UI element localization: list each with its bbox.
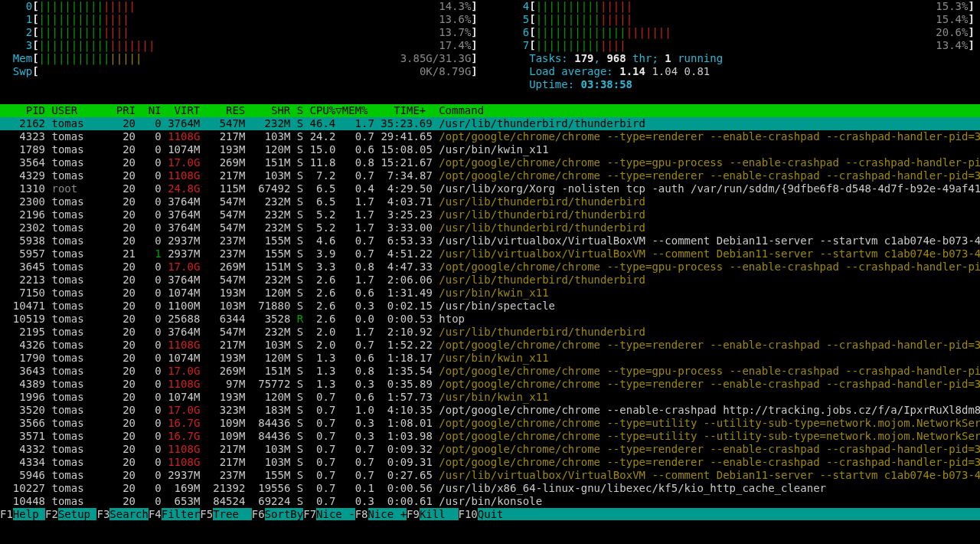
table-row[interactable]: 3645 tomas 20 0 17.0G 269M 151M S 3.3 0.…: [0, 261, 980, 274]
cpu-meter-row: 1[|||||||||||||| 13.6%] 5[||||||||||||||…: [0, 13, 980, 26]
table-row[interactable]: 10471 tomas 20 0 1100M 103M 71880 S 2.6 …: [0, 300, 980, 313]
table-row[interactable]: 1790 tomas 20 0 1074M 193M 120M S 1.3 0.…: [0, 352, 980, 365]
swap-meter-row: Swp[ 0K/8.79G] Load average: 1.14 1.04 0…: [0, 65, 980, 78]
fkey-action[interactable]: Filter: [162, 508, 201, 520]
fkey-label: F1: [0, 508, 13, 520]
table-row[interactable]: 3520 tomas 20 0 17.0G 323M 183M S 0.7 1.…: [0, 404, 980, 417]
table-row[interactable]: 4389 tomas 20 0 1108G 97M 75772 S 1.3 0.…: [0, 378, 980, 391]
table-row[interactable]: 5938 tomas 20 0 2937M 237M 155M S 4.6 0.…: [0, 234, 980, 247]
table-row[interactable]: 2213 tomas 20 0 3764M 547M 232M S 2.6 1.…: [0, 274, 980, 287]
table-row[interactable]: 4332 tomas 20 0 1108G 217M 103M S 0.7 0.…: [0, 443, 980, 456]
fkey-label: F3: [96, 508, 109, 520]
table-row[interactable]: 10227 tomas 20 0 169M 21392 19556 S 0.7 …: [0, 482, 980, 495]
fkey-action[interactable]: Setup: [58, 508, 97, 520]
fkey-action[interactable]: Search: [109, 508, 149, 520]
fkey-label: F4: [149, 508, 162, 520]
table-row[interactable]: 2302 tomas 20 0 3764M 547M 232M S 5.2 1.…: [0, 221, 980, 234]
table-row[interactable]: 2196 tomas 20 0 3764M 547M 232M S 5.2 1.…: [0, 208, 980, 221]
table-row[interactable]: 4329 tomas 20 0 1108G 217M 103M S 7.2 0.…: [0, 169, 980, 182]
table-row[interactable]: 4334 tomas 20 0 1108G 217M 103M S 0.7 0.…: [0, 456, 980, 469]
fkey-label: F2: [45, 508, 58, 520]
fkey-action[interactable]: Help: [13, 508, 45, 520]
fkey-label: F10: [459, 508, 478, 520]
table-row[interactable]: 2300 tomas 20 0 3764M 547M 232M S 6.5 1.…: [0, 195, 980, 208]
table-row[interactable]: 10519 tomas 20 0 25688 6344 3528 R 2.6 0…: [0, 313, 980, 326]
cpu-meter-row: 2[|||||||||||||| 13.7%] 6[||||||||||||||…: [0, 26, 980, 39]
fkey-action[interactable]: Nice -: [316, 508, 355, 520]
column-header[interactable]: PID USER PRI NI VIRT RES SHR S CPU%▽MEM%…: [0, 104, 980, 117]
table-row[interactable]: 3571 tomas 20 0 16.7G 109M 84436 S 0.7 0…: [0, 430, 980, 443]
table-row[interactable]: 1789 tomas 20 0 1074M 193M 120M S 15.0 0…: [0, 143, 980, 156]
mem-meter-row: Mem[|||||||||||||||| 3.85G/31.3G] Tasks:…: [0, 52, 980, 65]
table-row[interactable]: 3564 tomas 20 0 17.0G 269M 151M S 11.8 0…: [0, 156, 980, 169]
cpu-meter-row: 0[||||||||||||||| 14.3%] 4[|||||||||||||…: [0, 0, 980, 13]
fkey-label: F8: [355, 508, 368, 520]
fkey-action[interactable]: Nice +: [368, 508, 407, 520]
table-row[interactable]: 2195 tomas 20 0 3764M 547M 232M S 2.0 1.…: [0, 326, 980, 339]
table-row[interactable]: 1310 root 20 0 24.8G 115M 67492 S 6.5 0.…: [0, 182, 980, 195]
fkey-label: F9: [407, 508, 420, 520]
fkey-label: F6: [252, 508, 265, 520]
table-row[interactable]: 10448 tomas 20 0 653M 84524 69224 S 0.7 …: [0, 495, 980, 508]
fkey-label: F5: [200, 508, 213, 520]
table-row[interactable]: 7150 tomas 20 0 1074M 193M 120M S 2.6 0.…: [0, 287, 980, 300]
fkey-action[interactable]: Quit: [478, 508, 504, 520]
fkey-action[interactable]: Tree: [213, 508, 252, 520]
table-row[interactable]: 5946 tomas 20 0 2937M 237M 155M S 0.7 0.…: [0, 469, 980, 482]
table-row[interactable]: 4326 tomas 20 0 1108G 217M 103M S 2.0 0.…: [0, 339, 980, 352]
cpu-meter-row: 3[|||||||||||||||||| 17.4%] 7[||||||||||…: [0, 39, 980, 52]
uptime-row: Uptime: 03:38:58: [0, 78, 980, 91]
table-row[interactable]: 3566 tomas 20 0 16.7G 109M 84436 S 0.7 0…: [0, 417, 980, 430]
function-key-bar[interactable]: F1Help F2Setup F3SearchF4FilterF5Tree F6…: [0, 508, 980, 521]
fkey-action[interactable]: Kill: [420, 508, 459, 520]
table-row[interactable]: 1996 tomas 20 0 1074M 193M 120M S 0.7 0.…: [0, 391, 980, 404]
table-row[interactable]: 4323 tomas 20 0 1108G 217M 103M S 24.2 0…: [0, 130, 980, 143]
table-row[interactable]: 5957 tomas 21 1 2937M 237M 155M S 3.9 0.…: [0, 247, 980, 261]
fkey-label: F7: [303, 508, 316, 520]
fkey-action[interactable]: SortBy: [265, 508, 304, 520]
table-row-selected[interactable]: 2162 tomas 20 0 3764M 547M 232M S 46.4 1…: [0, 117, 980, 130]
table-row[interactable]: 3643 tomas 20 0 17.0G 269M 151M S 1.3 0.…: [0, 365, 980, 378]
